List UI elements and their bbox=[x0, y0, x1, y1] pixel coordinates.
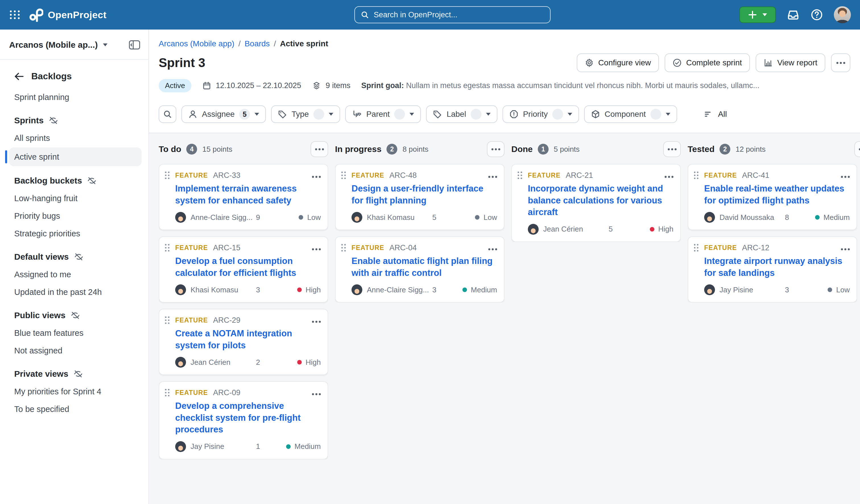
complete-sprint-button[interactable]: Complete sprint bbox=[665, 54, 750, 72]
work-item-card[interactable]: FEATURE ARC-41 Enable real-time weather … bbox=[688, 164, 857, 230]
column-menu-button[interactable] bbox=[663, 141, 681, 157]
sidebar-item-active-sprint[interactable]: Active sprint bbox=[9, 147, 142, 166]
create-button[interactable] bbox=[740, 6, 776, 23]
project-selector[interactable]: Arcanos (Mobile ap...) bbox=[9, 40, 141, 50]
card-title-link[interactable]: Design a user-friendly interface for fli… bbox=[352, 183, 497, 206]
drag-handle-icon[interactable] bbox=[341, 243, 346, 252]
filter-all-label: All bbox=[718, 110, 727, 119]
drag-handle-icon[interactable] bbox=[517, 171, 523, 180]
filter-pill-icon bbox=[188, 110, 197, 119]
view-report-button[interactable]: View report bbox=[756, 54, 825, 72]
card-menu-button[interactable] bbox=[310, 314, 321, 327]
priority-label: Medium bbox=[823, 213, 850, 222]
column-menu-button[interactable] bbox=[311, 141, 328, 157]
more-actions-button[interactable] bbox=[831, 54, 850, 72]
card-menu-button[interactable] bbox=[839, 169, 850, 182]
assignee-avatar bbox=[528, 224, 539, 235]
board-area: To do 4 15 points FEATURE ARC-33 Impleme… bbox=[149, 133, 860, 504]
filter-pill-label[interactable]: Label bbox=[426, 105, 498, 123]
collapse-sidebar-icon[interactable] bbox=[129, 40, 141, 50]
sidebar-item-sprint-planning[interactable]: Sprint planning bbox=[0, 88, 148, 106]
work-item-card[interactable]: FEATURE ARC-15 Develop a fuel consumptio… bbox=[159, 236, 328, 302]
drag-handle-icon[interactable] bbox=[164, 316, 170, 324]
apps-grid-icon[interactable] bbox=[9, 9, 20, 20]
sidebar-back-backlogs[interactable]: Backlogs bbox=[14, 71, 139, 81]
filter-count-badge bbox=[552, 109, 563, 120]
ellipsis-icon bbox=[841, 248, 843, 250]
priority-label: High bbox=[658, 225, 673, 234]
card-menu-button[interactable] bbox=[310, 386, 321, 399]
card-title-link[interactable]: Develop a fuel consumption calculator fo… bbox=[175, 255, 321, 279]
drag-handle-icon[interactable] bbox=[341, 171, 346, 180]
user-avatar[interactable] bbox=[834, 6, 851, 23]
column-menu-button[interactable] bbox=[854, 141, 860, 157]
drag-handle-icon[interactable] bbox=[164, 388, 170, 397]
drag-handle-icon[interactable] bbox=[693, 171, 699, 180]
card-menu-button[interactable] bbox=[310, 169, 321, 182]
card-id: ARC-41 bbox=[742, 171, 769, 180]
global-search-input[interactable] bbox=[374, 11, 544, 19]
card-title-link[interactable]: Implement terrain awareness system for e… bbox=[175, 183, 321, 206]
priority-dot-icon bbox=[815, 215, 820, 220]
breadcrumb-project-link[interactable]: Arcanos (Mobile app) bbox=[159, 39, 234, 48]
backlogs-label: Backlogs bbox=[31, 71, 72, 81]
column-title: Tested bbox=[688, 144, 714, 154]
drag-handle-icon[interactable] bbox=[164, 171, 170, 180]
card-title-link[interactable]: Incorporate dynamic weight and balance c… bbox=[528, 183, 673, 218]
card-menu-button[interactable] bbox=[486, 169, 497, 182]
sidebar-item-assigned-to-me[interactable]: Assigned to me bbox=[0, 266, 148, 283]
help-icon[interactable] bbox=[811, 9, 823, 21]
column-menu-button[interactable] bbox=[487, 141, 504, 157]
card-title-link[interactable]: Integrate airport runway analysis for sa… bbox=[704, 255, 850, 279]
openproject-logo[interactable]: OpenProject bbox=[29, 8, 106, 22]
card-menu-button[interactable] bbox=[839, 241, 850, 254]
card-footer: Khasi Komasu 3 High bbox=[175, 284, 321, 295]
sidebar-item-updated-in-the-past-24h[interactable]: Updated in the past 24h bbox=[0, 283, 148, 301]
filter-pill-assignee[interactable]: Assignee 5 bbox=[182, 105, 266, 123]
sidebar-item-low-hanging-fruit[interactable]: Low-hanging fruit bbox=[0, 190, 148, 207]
configure-view-label: Configure view bbox=[598, 58, 651, 67]
filter-pill-priority[interactable]: Priority bbox=[502, 105, 579, 123]
work-item-card[interactable]: FEATURE ARC-29 Create a NOTAM integratio… bbox=[159, 309, 328, 375]
card-menu-button[interactable] bbox=[310, 241, 321, 254]
card-id: ARC-29 bbox=[213, 316, 240, 325]
card-type-label: FEATURE bbox=[528, 172, 560, 179]
work-item-card[interactable]: FEATURE ARC-04 Enable automatic flight p… bbox=[335, 236, 504, 302]
global-search[interactable] bbox=[354, 6, 550, 23]
sidebar-section-header: Private views bbox=[0, 365, 148, 383]
configure-view-button[interactable]: Configure view bbox=[577, 54, 659, 72]
sidebar-item-priority-bugs[interactable]: Priority bugs bbox=[0, 207, 148, 225]
drag-handle-icon[interactable] bbox=[693, 243, 699, 252]
inbox-icon[interactable] bbox=[787, 8, 800, 21]
work-item-card[interactable]: FEATURE ARC-21 Incorporate dynamic weigh… bbox=[511, 164, 681, 242]
filter-search-button[interactable] bbox=[159, 105, 176, 123]
status-badge: Active bbox=[159, 79, 191, 92]
card-footer: Jay Pisine 1 Medium bbox=[175, 441, 321, 452]
sidebar-item-my-priorities-for-sprint-4[interactable]: My priorities for Sprint 4 bbox=[0, 383, 148, 400]
sidebar-item-to-be-specified[interactable]: To be specified bbox=[0, 400, 148, 418]
work-item-card[interactable]: FEATURE ARC-33 Implement terrain awarene… bbox=[159, 164, 328, 230]
breadcrumb-boards-link[interactable]: Boards bbox=[245, 39, 270, 48]
filter-pill-component[interactable]: Component bbox=[584, 105, 677, 123]
work-item-card[interactable]: FEATURE ARC-12 Integrate airport runway … bbox=[688, 236, 857, 302]
filter-pill-type[interactable]: Type bbox=[271, 105, 340, 123]
work-item-card[interactable]: FEATURE ARC-48 Design a user-friendly in… bbox=[335, 164, 504, 230]
filter-pill-parent[interactable]: Parent bbox=[345, 105, 421, 123]
card-title-link[interactable]: Develop a comprehensive checklist system… bbox=[175, 400, 321, 435]
card-title-link[interactable]: Create a NOTAM integration system for pi… bbox=[175, 328, 321, 351]
sidebar-item-blue-team-features[interactable]: Blue team features bbox=[0, 324, 148, 342]
card-menu-button[interactable] bbox=[486, 241, 497, 254]
sidebar-item-not-assigned[interactable]: Not assigned bbox=[0, 342, 148, 359]
card-title-link[interactable]: Enable automatic flight plan filing with… bbox=[352, 255, 497, 279]
work-item-card[interactable]: FEATURE ARC-09 Develop a comprehensive c… bbox=[159, 381, 328, 459]
sidebar-item-all-sprints[interactable]: All sprints bbox=[0, 129, 148, 147]
complete-sprint-label: Complete sprint bbox=[686, 58, 742, 67]
sidebar-item-strategic-priorities[interactable]: Strategic priorities bbox=[0, 225, 148, 242]
sidebar-item-label: Sprint planning bbox=[14, 93, 69, 102]
filter-all[interactable]: All bbox=[704, 110, 727, 119]
card-type-label: FEATURE bbox=[704, 172, 737, 179]
card-menu-button[interactable] bbox=[662, 169, 673, 182]
drag-handle-icon[interactable] bbox=[164, 243, 170, 252]
card-title-link[interactable]: Enable real-time weather updates for opt… bbox=[704, 183, 850, 206]
priority-label: High bbox=[306, 358, 321, 367]
